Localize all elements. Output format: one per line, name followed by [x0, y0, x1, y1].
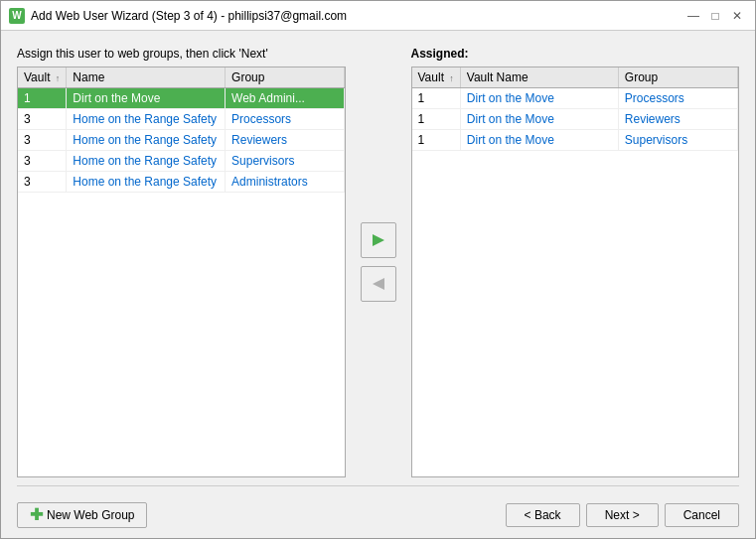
available-groups-table-container[interactable]: Vault ↑ Name Group — [17, 67, 346, 477]
left-row-group: Supervisors — [226, 151, 344, 172]
right-row-vault: 1 — [412, 88, 461, 109]
new-web-group-icon: ✚ — [30, 507, 43, 523]
right-row-group: Reviewers — [618, 109, 737, 130]
left-table-row[interactable]: 3 Home on the Range Safety Reviewers — [18, 130, 344, 151]
navigation-buttons: < Back Next > Cancel — [506, 503, 739, 527]
left-table-row[interactable]: 1 Dirt on the Move Web Admini... — [18, 88, 344, 109]
right-row-vault: 1 — [412, 130, 461, 151]
available-groups-table: Vault ↑ Name Group — [18, 67, 345, 193]
left-col-group[interactable]: Group — [226, 67, 344, 88]
left-row-name: Dirt on the Move — [67, 88, 226, 109]
left-row-vault: 3 — [18, 151, 67, 172]
left-row-group: Processors — [226, 109, 344, 130]
left-row-name: Home on the Range Safety — [67, 130, 226, 151]
cancel-button[interactable]: Cancel — [665, 503, 739, 527]
maximize-button[interactable]: □ — [705, 6, 725, 26]
left-col-vault[interactable]: Vault ↑ — [18, 67, 67, 88]
right-row-vault-name: Dirt on the Move — [460, 109, 618, 130]
left-row-vault: 1 — [18, 88, 67, 109]
left-row-vault: 3 — [18, 130, 67, 151]
svg-marker-1 — [373, 278, 384, 290]
title-bar: W Add Web User Wizard (Step 3 of 4) - ph… — [1, 1, 755, 31]
add-to-assigned-button[interactable] — [361, 222, 396, 258]
left-row-group: Administrators — [226, 172, 344, 193]
right-row-vault: 1 — [412, 109, 461, 130]
separator — [17, 485, 739, 486]
left-row-vault: 3 — [18, 172, 67, 193]
content-area: Assign this user to web groups, then cli… — [1, 31, 755, 538]
left-table-row[interactable]: 3 Home on the Range Safety Processors — [18, 109, 344, 130]
right-row-group: Supervisors — [618, 130, 737, 151]
right-table-row[interactable]: 1 Dirt on the Move Processors — [412, 88, 738, 109]
new-web-group-button[interactable]: ✚ New Web Group — [17, 502, 147, 528]
right-row-group: Processors — [618, 88, 737, 109]
svg-marker-0 — [373, 234, 384, 246]
left-row-name: Home on the Range Safety — [67, 172, 226, 193]
main-area: Assign this user to web groups, then cli… — [17, 47, 739, 477]
window-title: Add Web User Wizard (Step 3 of 4) - phil… — [31, 9, 683, 23]
left-row-name: Home on the Range Safety — [67, 151, 226, 172]
left-col-name[interactable]: Name — [67, 67, 226, 88]
right-col-vault-name[interactable]: Vault Name — [460, 67, 618, 88]
back-button[interactable]: < Back — [506, 503, 580, 527]
right-col-vault[interactable]: Vault ↑ — [412, 67, 461, 88]
main-window: W Add Web User Wizard (Step 3 of 4) - ph… — [0, 0, 756, 539]
assigned-groups-table-container[interactable]: Vault ↑ Vault Name Group — [411, 67, 740, 477]
right-table-row[interactable]: 1 Dirt on the Move Reviewers — [412, 109, 738, 130]
right-row-vault-name: Dirt on the Move — [460, 88, 618, 109]
left-row-group: Web Admini... — [226, 88, 344, 109]
vault-sort-arrow: ↑ — [56, 73, 61, 83]
right-vault-sort-arrow: ↑ — [449, 73, 454, 83]
app-icon: W — [9, 8, 25, 24]
assigned-groups-table: Vault ↑ Vault Name Group — [412, 67, 739, 151]
right-col-group[interactable]: Group — [618, 67, 737, 88]
next-button[interactable]: Next > — [586, 503, 659, 527]
bottom-area: ✚ New Web Group < Back Next > Cancel — [17, 502, 739, 528]
left-row-group: Reviewers — [226, 130, 344, 151]
left-table-row[interactable]: 3 Home on the Range Safety Administrator… — [18, 172, 344, 193]
window-controls: — □ ✕ — [683, 6, 747, 26]
minimize-button[interactable]: — — [683, 6, 703, 26]
close-button[interactable]: ✕ — [727, 6, 747, 26]
right-panel: Assigned: Vault ↑ Vault Name — [411, 47, 740, 477]
left-row-vault: 3 — [18, 109, 67, 130]
left-table-row[interactable]: 3 Home on the Range Safety Supervisors — [18, 151, 344, 172]
remove-from-assigned-button[interactable] — [361, 266, 396, 302]
left-panel: Assign this user to web groups, then cli… — [17, 47, 346, 477]
right-panel-label: Assigned: — [411, 47, 740, 61]
left-row-name: Home on the Range Safety — [67, 109, 226, 130]
new-web-group-label: New Web Group — [47, 508, 134, 522]
transfer-buttons-area — [354, 47, 403, 477]
right-table-header: Vault ↑ Vault Name Group — [412, 67, 738, 88]
left-panel-label: Assign this user to web groups, then cli… — [17, 47, 346, 61]
right-table-row[interactable]: 1 Dirt on the Move Supervisors — [412, 130, 738, 151]
right-row-vault-name: Dirt on the Move — [460, 130, 618, 151]
left-table-header: Vault ↑ Name Group — [18, 67, 344, 88]
